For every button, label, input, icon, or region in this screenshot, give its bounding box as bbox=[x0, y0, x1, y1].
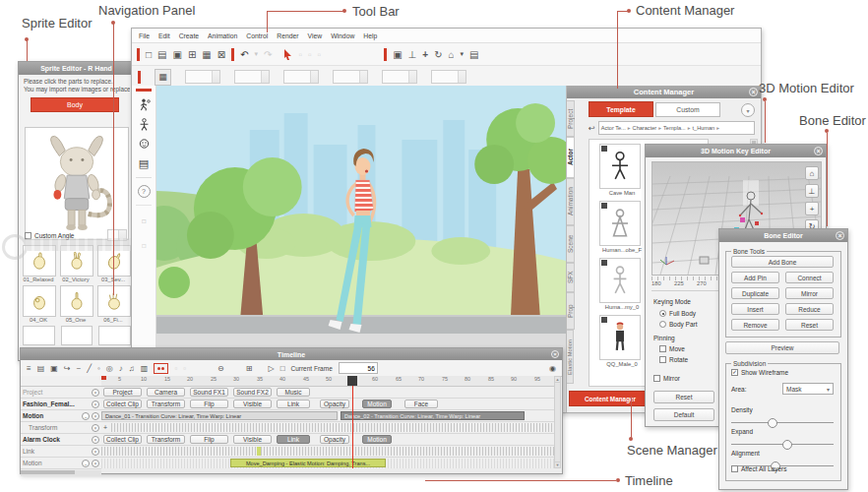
track-name-motion[interactable]: Motion⌄× bbox=[21, 410, 101, 422]
track-close-icon[interactable]: × bbox=[92, 448, 99, 456]
stage-icon[interactable]: ⊞ bbox=[188, 49, 196, 60]
playhead-marker[interactable] bbox=[347, 376, 357, 386]
area-dropdown[interactable]: Mask ▾ bbox=[782, 383, 834, 395]
save-project-icon[interactable]: ▣ bbox=[173, 49, 182, 60]
side-tab-animation[interactable]: Animation bbox=[567, 178, 575, 225]
camera-view-icon[interactable]: ▣ bbox=[393, 49, 402, 60]
motion-default-button[interactable]: Default bbox=[653, 408, 714, 421]
add-track-icon[interactable]: ⊞ bbox=[246, 364, 253, 373]
content-item-human-2[interactable]: Huma...my_0 bbox=[599, 258, 645, 310]
side-tab-project[interactable]: Project bbox=[567, 100, 575, 137]
motion-editor-titlebar[interactable]: 3D Motion Key Editor × bbox=[646, 145, 826, 157]
playhead-line[interactable] bbox=[352, 386, 353, 468]
sprite-thumb-08[interactable] bbox=[61, 326, 93, 345]
pin-move-checkbox[interactable] bbox=[659, 345, 666, 352]
keyframe-ticks[interactable] bbox=[111, 423, 554, 432]
show-wireframe-checkbox[interactable]: ✓ bbox=[731, 369, 738, 376]
menu-create[interactable]: Create bbox=[179, 32, 199, 39]
track-button[interactable]: Opacity bbox=[320, 400, 349, 408]
body-part-radio[interactable] bbox=[659, 321, 666, 328]
undo-icon[interactable]: ↶ bbox=[240, 49, 248, 60]
sprite-thumb-07[interactable] bbox=[23, 326, 55, 345]
redo-icon[interactable]: ↷ bbox=[264, 49, 272, 60]
track-close-icon[interactable]: × bbox=[92, 400, 99, 408]
actor-walk-icon[interactable] bbox=[138, 98, 151, 111]
clip-dance-02[interactable]: Dance_02 - Transition Curve: Linear, Tim… bbox=[341, 411, 525, 420]
ghost-tool-icon[interactable]: ▫ bbox=[318, 49, 322, 60]
clip-dance-01[interactable]: Dance_01 - Transition Curve: Linear, Tim… bbox=[101, 411, 338, 420]
viewport-drop-icon[interactable]: ⊥ bbox=[805, 184, 819, 198]
content-item-cave-man[interactable]: Cave Man bbox=[599, 144, 645, 196]
viewport-home-icon[interactable]: ⌂ bbox=[805, 166, 819, 180]
track-expand-icon[interactable]: ⌄ bbox=[82, 460, 90, 467]
layer-manager-icon[interactable]: ▤ bbox=[139, 157, 149, 170]
track-list-icon[interactable]: ≡ bbox=[27, 364, 31, 373]
track-name-fashion-female[interactable]: Fashion_Femal...× bbox=[21, 399, 101, 410]
track-button-motion-active[interactable]: Motion bbox=[362, 400, 392, 408]
track-name-motion-2[interactable]: Motion⌄× bbox=[21, 458, 101, 469]
body-button[interactable]: Body bbox=[31, 97, 119, 112]
content-item-human-robe[interactable]: Human...obe_F bbox=[599, 201, 645, 253]
dot-icon[interactable]: ◦ bbox=[97, 364, 100, 373]
transform-field-rotate[interactable] bbox=[382, 70, 417, 84]
side-tab-prop[interactable]: Prop bbox=[567, 292, 575, 330]
close-icon[interactable]: × bbox=[814, 147, 823, 155]
track-button[interactable]: Flip bbox=[190, 400, 228, 408]
tab-template[interactable]: Template bbox=[589, 101, 653, 117]
sprite-thumb-09[interactable] bbox=[98, 326, 131, 345]
music-icon[interactable]: ♫ bbox=[129, 364, 135, 373]
face-editor-icon[interactable] bbox=[138, 138, 151, 151]
pin-icon[interactable]: ⊥ bbox=[408, 49, 417, 60]
select-cursor-icon[interactable] bbox=[283, 49, 292, 60]
zoom-out-icon[interactable]: ⊖ bbox=[217, 364, 224, 373]
keyframe-icon[interactable]: ◎ bbox=[106, 364, 113, 373]
ghost-tool-icon[interactable]: ▫ bbox=[298, 49, 302, 60]
track-button[interactable]: Flip bbox=[190, 435, 228, 444]
track-button-link-active[interactable]: Link bbox=[277, 435, 310, 444]
rotate-tool-icon[interactable]: ↻ bbox=[434, 49, 442, 60]
track-name-project[interactable]: Project× bbox=[21, 387, 101, 399]
track-name-alarm-clock[interactable]: Alarm Clock× bbox=[21, 434, 101, 446]
timeline-hscrollbar[interactable] bbox=[21, 470, 101, 476]
preview-button[interactable]: Preview bbox=[725, 341, 839, 354]
pin-rotate-checkbox[interactable] bbox=[659, 356, 666, 363]
menu-animation[interactable]: Animation bbox=[208, 32, 237, 39]
sprite-thumb-04[interactable] bbox=[23, 285, 56, 317]
menu-file[interactable]: File bbox=[139, 32, 150, 39]
menu-view[interactable]: View bbox=[308, 32, 323, 39]
transform-field-x[interactable] bbox=[185, 70, 220, 84]
add-key-plus[interactable]: + bbox=[101, 424, 109, 431]
transform-mode-icon[interactable]: ▦ bbox=[155, 69, 171, 86]
home-view-icon[interactable]: ⌂ bbox=[449, 49, 455, 60]
new-file-icon[interactable]: □ bbox=[146, 49, 152, 60]
film-icon[interactable]: ▥ bbox=[141, 364, 149, 373]
timeline-vscrollbar[interactable]: ▲ ▼ bbox=[554, 376, 561, 468]
open-project-icon[interactable]: ▤ bbox=[157, 49, 166, 60]
track-expand-icon[interactable]: ⌄ bbox=[82, 412, 90, 420]
mirror-button[interactable]: Mirror bbox=[785, 287, 834, 299]
audio-icon[interactable]: ♪ bbox=[119, 364, 123, 373]
track-button[interactable]: Project bbox=[103, 388, 142, 397]
sprite-editor-titlebar[interactable]: Sprite Editor - R Hand bbox=[19, 62, 134, 75]
transform-field-scale-x[interactable] bbox=[283, 70, 319, 84]
tab-custom[interactable]: Custom bbox=[655, 102, 720, 117]
side-tab-actor[interactable]: Actor bbox=[567, 137, 575, 178]
close-icon[interactable]: × bbox=[551, 350, 559, 358]
insert-button[interactable]: Insert bbox=[731, 303, 779, 315]
track-button[interactable]: Visible bbox=[233, 400, 272, 408]
home-dropdown-icon[interactable]: ▾ bbox=[461, 50, 465, 58]
track-button[interactable]: Opacity bbox=[320, 435, 349, 444]
breadcrumb-item[interactable]: Templa... bbox=[663, 125, 686, 131]
ghost-icon[interactable]: ▫ bbox=[183, 364, 186, 373]
track-close-icon[interactable]: × bbox=[92, 436, 99, 444]
character-icon[interactable] bbox=[138, 118, 151, 131]
viewport-move-icon[interactable]: + bbox=[805, 202, 819, 215]
timeline-titlebar[interactable]: Timeline × bbox=[21, 348, 562, 360]
help-icon[interactable]: ? bbox=[138, 185, 151, 198]
ghost-tool-icon[interactable]: ▫ bbox=[308, 49, 312, 60]
back-icon[interactable]: ↩ bbox=[589, 124, 595, 133]
move-tool-icon[interactable]: + bbox=[422, 49, 428, 60]
camera-eye-icon[interactable]: ◉ bbox=[549, 364, 556, 373]
transform-field-scale-y[interactable] bbox=[333, 70, 368, 84]
content-item-qq-male[interactable]: QQ_Male_0 bbox=[599, 315, 645, 367]
